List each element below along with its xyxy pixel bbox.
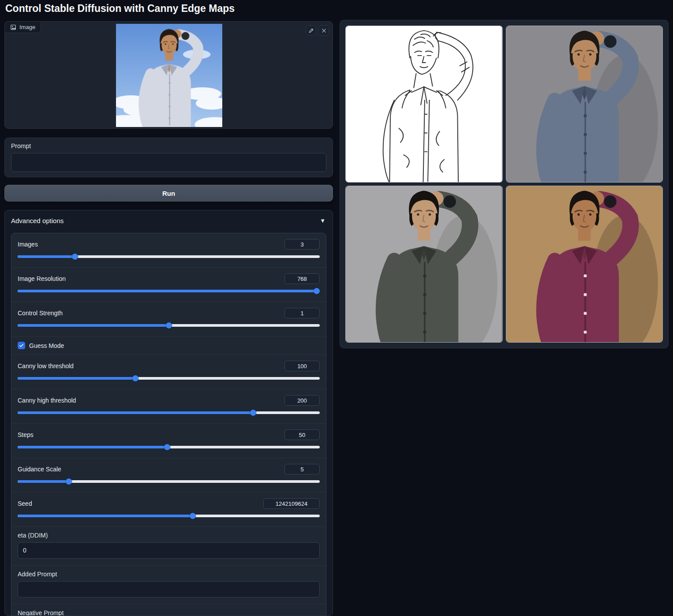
app-page: Control Stable Diffusion with Canny Edge… bbox=[0, 0, 673, 616]
run-button-label: Run bbox=[162, 190, 175, 197]
image-resolution-value-input[interactable]: 768 bbox=[284, 273, 320, 284]
added-prompt-label: Added Prompt bbox=[18, 571, 320, 578]
added-prompt-input[interactable] bbox=[18, 581, 320, 597]
output-gallery bbox=[340, 20, 669, 348]
negative-prompt-label: Negative Prompt bbox=[18, 609, 320, 616]
guidance-scale-label: Guidance Scale bbox=[18, 466, 61, 473]
gallery-image-result-1[interactable] bbox=[506, 26, 663, 183]
guess-mode-label: Guess Mode bbox=[29, 342, 64, 349]
control-strength-slider[interactable] bbox=[18, 322, 320, 329]
control-strength-value-input[interactable]: 1 bbox=[284, 308, 320, 318]
prompt-input[interactable] bbox=[11, 153, 326, 172]
image-label: Image bbox=[19, 24, 35, 30]
gallery-image-canny-edges[interactable] bbox=[345, 26, 503, 183]
steps-label: Steps bbox=[18, 431, 34, 438]
prompt-label: Prompt bbox=[11, 142, 326, 149]
slider-thumb[interactable] bbox=[72, 254, 78, 260]
steps-row: Steps 50 bbox=[11, 423, 326, 458]
negative-prompt-row: Negative Prompt bbox=[11, 604, 326, 616]
added-prompt-row: Added Prompt bbox=[11, 565, 326, 604]
seed-value-input[interactable]: 1242109624 bbox=[263, 498, 320, 509]
image-label-chip: Image bbox=[5, 22, 41, 33]
seed-row: Seed 1242109624 bbox=[11, 492, 326, 526]
canny-high-threshold-value-input[interactable]: 200 bbox=[284, 395, 320, 406]
canny-high-threshold-row: Canny high threshold 200 bbox=[11, 389, 326, 423]
prompt-component: Prompt bbox=[4, 138, 333, 177]
guess-mode-checkbox[interactable] bbox=[18, 342, 25, 349]
edit-image-button[interactable] bbox=[306, 25, 316, 36]
eta-label: eta (DDIM) bbox=[18, 532, 320, 539]
image-resolution-label: Image Resolution bbox=[18, 275, 66, 282]
guidance-scale-row: Guidance Scale 5 bbox=[11, 458, 326, 492]
guess-mode-row: Guess Mode bbox=[11, 336, 326, 355]
advanced-options-accordion: Advanced options ▼ Images 3 Image Resolu… bbox=[4, 210, 333, 616]
gallery-image-result-3[interactable] bbox=[506, 186, 663, 343]
image-icon bbox=[10, 24, 16, 30]
slider-thumb[interactable] bbox=[314, 288, 320, 294]
images-slider[interactable] bbox=[18, 254, 320, 260]
page-title: Control Stable Diffusion with Canny Edge… bbox=[5, 3, 235, 15]
canny-high-threshold-slider[interactable] bbox=[18, 410, 320, 416]
pencil-icon bbox=[308, 28, 314, 34]
image-resolution-slider[interactable] bbox=[18, 288, 320, 294]
slider-thumb[interactable] bbox=[132, 375, 138, 381]
image-resolution-row: Image Resolution 768 bbox=[11, 267, 326, 302]
chevron-down-icon: ▼ bbox=[320, 217, 325, 224]
slider-thumb[interactable] bbox=[166, 322, 172, 329]
input-image-component: Image bbox=[4, 21, 333, 129]
gallery-image-result-2[interactable] bbox=[345, 186, 503, 343]
images-label: Images bbox=[18, 241, 38, 248]
canny-low-threshold-row: Canny low threshold 100 bbox=[11, 355, 326, 389]
guidance-scale-value-input[interactable]: 5 bbox=[284, 464, 320, 474]
uploaded-image[interactable] bbox=[116, 24, 222, 127]
run-button[interactable]: Run bbox=[4, 185, 333, 202]
eta-value: 0 bbox=[23, 547, 26, 554]
clear-image-button[interactable] bbox=[318, 25, 329, 36]
images-row: Images 3 bbox=[11, 233, 326, 267]
seed-slider[interactable] bbox=[18, 513, 320, 519]
eta-input[interactable]: 0 bbox=[18, 542, 320, 559]
steps-slider[interactable] bbox=[18, 444, 320, 450]
image-actions bbox=[306, 25, 329, 36]
seed-label: Seed bbox=[18, 500, 32, 507]
canny-low-threshold-slider[interactable] bbox=[18, 375, 320, 381]
eta-row: eta (DDIM) 0 bbox=[11, 526, 326, 565]
canny-high-threshold-label: Canny high threshold bbox=[18, 397, 76, 404]
images-value-input[interactable]: 3 bbox=[284, 239, 320, 250]
control-strength-row: Control Strength 1 bbox=[11, 302, 326, 336]
advanced-options-panel: Images 3 Image Resolution 768 Contro bbox=[11, 233, 326, 616]
x-icon bbox=[321, 28, 327, 34]
control-strength-label: Control Strength bbox=[18, 310, 63, 317]
canny-low-threshold-label: Canny low threshold bbox=[18, 362, 74, 370]
advanced-options-title: Advanced options bbox=[11, 217, 64, 224]
advanced-options-header[interactable]: Advanced options ▼ bbox=[5, 210, 333, 230]
slider-thumb[interactable] bbox=[164, 444, 170, 450]
gallery-grid bbox=[340, 20, 668, 348]
check-icon bbox=[19, 343, 24, 348]
canny-low-threshold-value-input[interactable]: 100 bbox=[284, 361, 320, 371]
slider-thumb[interactable] bbox=[190, 513, 196, 519]
slider-thumb[interactable] bbox=[250, 410, 256, 416]
slider-thumb[interactable] bbox=[66, 478, 72, 485]
steps-value-input[interactable]: 50 bbox=[284, 429, 320, 440]
guidance-scale-slider[interactable] bbox=[18, 478, 320, 485]
